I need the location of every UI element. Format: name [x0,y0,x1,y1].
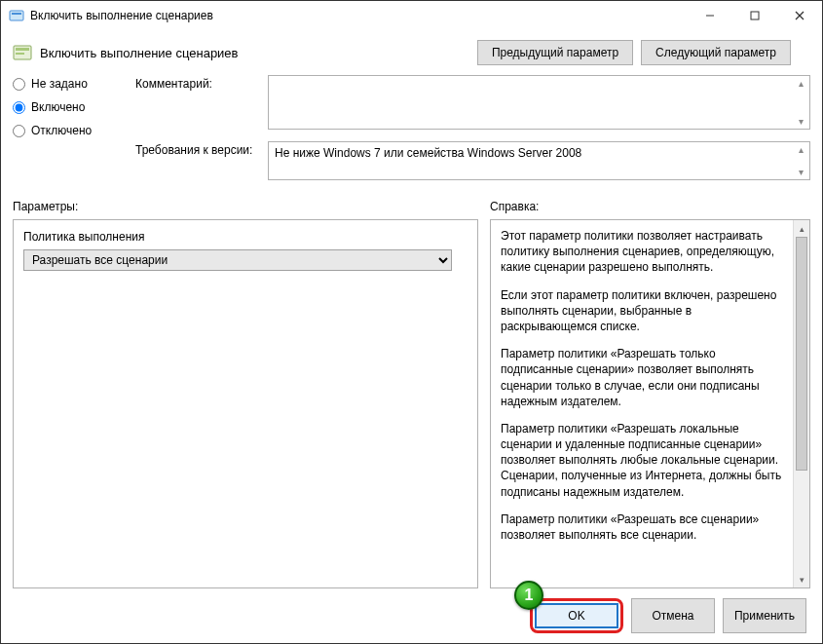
close-button[interactable] [777,1,822,30]
radio-not-configured[interactable]: Не задано [13,77,130,91]
scroll-down-icon[interactable]: ▾ [794,571,809,587]
help-paragraph: Параметр политики «Разрешать локальные с… [501,421,787,500]
radio-label: Отключено [31,124,92,137]
svg-rect-7 [16,48,29,51]
options-section-label: Параметры: [13,200,490,213]
app-icon [9,8,24,23]
maximize-button[interactable] [732,1,777,30]
dialog-footer: 1 OK Отмена Применить [13,588,810,637]
radio-disabled-input[interactable] [13,125,25,137]
comment-field[interactable]: ▴ ▾ [268,75,810,130]
execution-policy-label: Политика выполнения [23,230,145,244]
policy-title: Включить выполнение сценариев [40,46,477,60]
svg-rect-3 [751,12,759,19]
header: Включить выполнение сценариев Предыдущий… [13,36,810,75]
radio-enabled-input[interactable] [13,101,25,114]
apply-button[interactable]: Применить [723,598,806,633]
help-paragraph: Если этот параметр политики включен, раз… [501,287,787,335]
radio-enabled[interactable]: Включено [13,100,130,114]
ok-highlight: OK [530,598,623,633]
comment-label: Комментарий: [135,75,262,91]
svg-rect-1 [12,13,21,15]
execution-policy-select[interactable]: Разрешать все сценарии [23,249,452,271]
cancel-button[interactable]: Отмена [631,598,715,633]
previous-setting-button[interactable]: Предыдущий параметр [477,40,633,65]
radio-label: Не задано [31,77,88,91]
scroll-down-icon[interactable]: ▾ [795,167,806,177]
scroll-down-icon[interactable]: ▾ [795,116,806,127]
help-section-label: Справка: [490,200,810,213]
options-panel: Политика выполнения Разрешать все сценар… [13,219,478,588]
window-title: Включить выполнение сценариев [30,9,688,22]
minimize-button[interactable] [688,1,732,30]
next-setting-button[interactable]: Следующий параметр [641,40,791,65]
help-paragraph: Этот параметр политики позволяет настраи… [501,228,787,276]
scroll-up-icon[interactable]: ▴ [795,144,806,155]
state-radio-group: Не задано Включено Отключено [13,75,130,137]
svg-rect-8 [16,53,24,55]
requirements-label: Требования к версии: [135,141,262,157]
scroll-track[interactable] [794,237,809,571]
policy-editor-window: Включить выполнение сценариев Включит [0,0,823,644]
svg-rect-0 [10,11,23,20]
requirements-field[interactable]: Не ниже Windows 7 или семейства Windows … [268,141,810,180]
radio-disabled[interactable]: Отключено [13,124,130,137]
help-panel: Этот параметр политики позволяет настраи… [490,219,810,588]
radio-not-configured-input[interactable] [13,78,25,91]
radio-label: Включено [31,100,85,114]
scroll-up-icon[interactable]: ▴ [795,78,806,89]
help-text: Этот параметр политики позволяет настраи… [491,220,793,587]
scroll-thumb[interactable] [796,237,807,471]
callout-marker: 1 [514,581,543,610]
requirements-value: Не ниже Windows 7 или семейства Windows … [275,146,581,160]
titlebar: Включить выполнение сценариев [1,1,822,30]
scroll-up-icon[interactable]: ▴ [794,220,809,237]
policy-icon [13,44,32,61]
help-scrollbar[interactable]: ▴ ▾ [793,220,809,587]
help-paragraph: Параметр политики «Разрешать все сценари… [501,511,787,543]
help-paragraph: Параметр политики «Разрешать только подп… [501,346,787,409]
ok-button[interactable]: OK [535,603,618,628]
